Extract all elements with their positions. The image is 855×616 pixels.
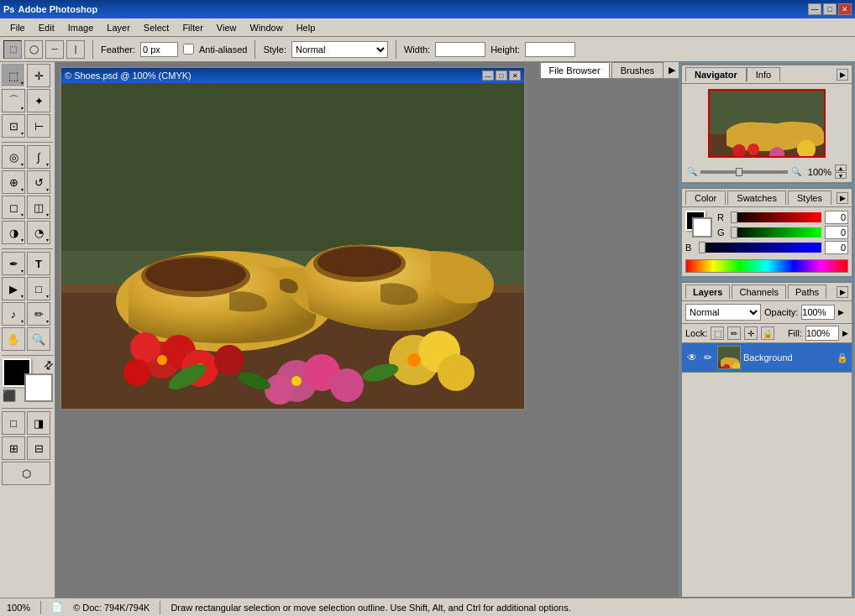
lock-image-icon[interactable]: ✏	[727, 326, 741, 340]
single-col-opt[interactable]: |	[66, 40, 85, 59]
blend-mode-select[interactable]: Normal Multiply Screen	[685, 304, 761, 321]
path-select-tool[interactable]: ▶▾	[2, 277, 25, 300]
text-tool[interactable]: T	[27, 252, 50, 275]
g-value[interactable]	[825, 226, 848, 239]
color-spectrum[interactable]	[685, 259, 848, 273]
blur-tool[interactable]: ◔▾	[27, 221, 50, 244]
eyedropper-tool[interactable]: ✏▾	[27, 302, 50, 326]
status-doc-icon[interactable]: 📄	[51, 602, 63, 613]
full-screen-menu[interactable]: ⊟	[27, 436, 50, 460]
notes-tool[interactable]: ♪▾	[2, 302, 25, 326]
panel-options-icon[interactable]: ▶	[665, 62, 679, 78]
tool-row-4: ◎▾ ∫▾	[2, 145, 53, 169]
history-brush-tool[interactable]: ↺▾	[27, 170, 50, 194]
zoom-slider-track[interactable]	[700, 170, 788, 174]
zoom-tool[interactable]: 🔍	[27, 327, 50, 351]
slice-tool[interactable]: ⊢	[27, 114, 50, 138]
healing-brush-tool[interactable]: ◎▾	[2, 145, 25, 169]
layers-options-icon[interactable]: ▶	[837, 286, 848, 298]
screen-row: ⊞ ⊟	[2, 436, 53, 460]
doc-minimize-button[interactable]: —	[482, 70, 494, 81]
width-input[interactable]	[435, 42, 485, 57]
close-button[interactable]: ✕	[838, 3, 852, 15]
r-slider-track[interactable]	[731, 212, 821, 222]
magic-wand-tool[interactable]: ✦	[27, 89, 50, 112]
crop-tool[interactable]: ⊡▾	[2, 114, 25, 138]
swap-colors-icon[interactable]: ⇄	[40, 357, 55, 372]
quick-mask-mode[interactable]: ◨	[27, 411, 50, 435]
shape-tool[interactable]: □▾	[27, 277, 50, 300]
styles-tab[interactable]: Styles	[788, 191, 831, 205]
ellip-marquee-opt[interactable]: ◯	[24, 40, 43, 59]
lock-all-icon[interactable]: 🔒	[761, 326, 774, 340]
b-thumb[interactable]	[699, 242, 706, 253]
b-slider-track[interactable]	[699, 243, 821, 253]
menu-select[interactable]: Select	[137, 21, 176, 34]
navigator-options-icon[interactable]: ▶	[837, 69, 848, 81]
menu-image[interactable]: Image	[61, 21, 101, 34]
menu-layer[interactable]: Layer	[100, 21, 137, 34]
menu-view[interactable]: View	[210, 21, 244, 34]
pen-tool[interactable]: ✒▾	[2, 252, 25, 275]
standard-screen[interactable]: ⊞	[2, 436, 25, 460]
b-value[interactable]	[825, 241, 848, 254]
g-slider-track[interactable]	[731, 227, 821, 238]
background-color[interactable]	[24, 373, 53, 402]
menu-filter[interactable]: Filter	[176, 21, 209, 34]
layers-tab[interactable]: Layers	[685, 285, 730, 299]
nav-scroll-up[interactable]: ▲	[835, 164, 847, 171]
zoom-in-icon[interactable]: 🔍	[791, 167, 801, 176]
g-thumb[interactable]	[731, 227, 737, 238]
brushes-tab[interactable]: Brushes	[611, 62, 664, 78]
bg-swatch[interactable]	[692, 217, 712, 238]
maximize-button[interactable]: □	[823, 3, 837, 15]
lock-position-icon[interactable]: ✛	[744, 326, 758, 340]
minimize-button[interactable]: —	[808, 3, 821, 15]
layer-visibility-icon[interactable]: 👁	[685, 351, 699, 364]
navigator-tab[interactable]: Navigator	[685, 67, 747, 81]
dodge-tool[interactable]: ◑▾	[2, 221, 25, 244]
default-colors-icon[interactable]: ⬛	[3, 389, 16, 402]
doc-close-button[interactable]: ✕	[509, 70, 521, 81]
r-thumb[interactable]	[731, 211, 737, 223]
fill-arrow[interactable]: ▶	[842, 329, 848, 337]
layer-item-background[interactable]: 👁 ✏ Background 🔒	[682, 343, 852, 373]
color-options-icon[interactable]: ▶	[837, 192, 848, 204]
info-tab[interactable]: Info	[747, 67, 780, 81]
menu-file[interactable]: File	[3, 21, 32, 34]
eraser-tool[interactable]: ◻▾	[2, 196, 25, 219]
height-input[interactable]	[525, 42, 575, 57]
swatches-tab[interactable]: Swatches	[727, 191, 786, 205]
style-select[interactable]: Normal Fixed Aspect Ratio Fixed Size	[291, 41, 388, 58]
fill-input[interactable]	[805, 326, 839, 341]
r-value[interactable]	[825, 211, 848, 224]
opacity-arrow[interactable]: ▶	[838, 308, 844, 316]
file-browser-tab[interactable]: File Browser	[540, 62, 610, 78]
paths-tab[interactable]: Paths	[788, 285, 826, 299]
move-tool[interactable]: ✛	[27, 64, 50, 87]
opacity-input[interactable]	[801, 305, 835, 320]
zoom-slider-thumb[interactable]	[736, 168, 742, 176]
hand-tool[interactable]: ✋	[2, 327, 25, 351]
single-row-opt[interactable]: ─	[45, 40, 64, 59]
zoom-out-icon[interactable]: 🔍	[687, 167, 697, 176]
color-tab[interactable]: Color	[685, 191, 726, 205]
lasso-tool[interactable]: ⌒▾	[2, 89, 25, 112]
menu-window[interactable]: Window	[244, 21, 290, 34]
menu-edit[interactable]: Edit	[32, 21, 61, 34]
doc-restore-button[interactable]: □	[496, 70, 507, 81]
feather-input[interactable]	[140, 42, 178, 57]
nav-tabs: Navigator Info	[685, 67, 780, 81]
standard-mode[interactable]: □	[2, 411, 25, 435]
lock-transparency-icon[interactable]: ⬚	[711, 326, 724, 340]
menu-help[interactable]: Help	[290, 21, 323, 34]
nav-scroll-down[interactable]: ▼	[835, 172, 847, 179]
jump-to-image-ready[interactable]: ⬡	[2, 462, 50, 485]
rectangular-marquee-tool[interactable]: ⬚▾	[2, 64, 25, 87]
gradient-tool[interactable]: ◫▾	[27, 196, 50, 219]
channels-tab[interactable]: Channels	[732, 285, 785, 299]
stamp-tool[interactable]: ⊕▾	[2, 170, 25, 194]
rect-marquee-opt[interactable]: ⬚	[3, 40, 22, 59]
anti-aliased-checkbox[interactable]	[183, 44, 194, 55]
brush-tool[interactable]: ∫▾	[27, 145, 50, 169]
